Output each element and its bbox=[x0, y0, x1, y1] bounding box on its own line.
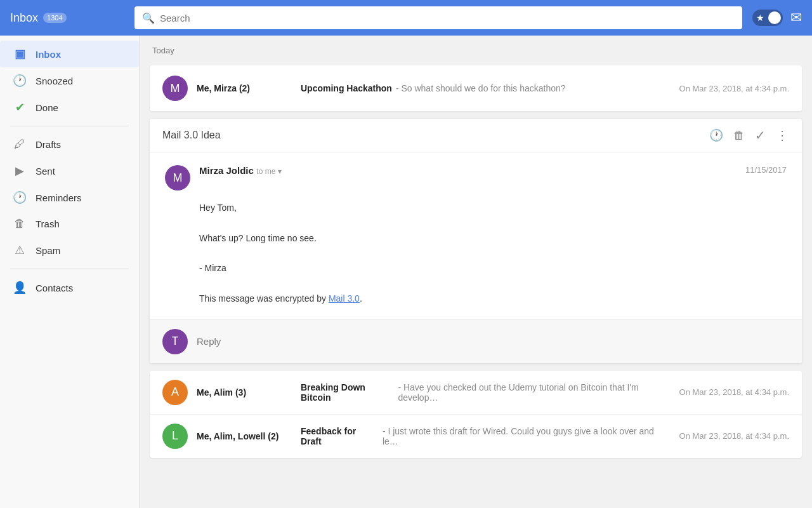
email-item-bitcoin[interactable]: A Me, Alim (3) Breaking Down Bitcoin - H… bbox=[150, 371, 802, 415]
email-meta-hackathon: Upcoming Hackathon - So what should we d… bbox=[301, 83, 671, 93]
message-header: M Mirza Joldic to me ▾ 11/15/2017 bbox=[165, 165, 787, 190]
email-date-bitcoin: On Mar 23, 2018, at 4:34 p.m. bbox=[679, 387, 789, 397]
email-from-feedback: Me, Alim, Lowell (2) bbox=[197, 431, 292, 441]
email-from-hackathon: Me, Mirza (2) bbox=[197, 83, 292, 93]
sidebar-label-done: Done bbox=[36, 102, 58, 113]
toggle-knob bbox=[768, 11, 781, 24]
email-item-feedback[interactable]: L Me, Alim, Lowell (2) Feedback for Draf… bbox=[150, 415, 802, 458]
header: Inbox 1304 🔍 ★ ✉ bbox=[0, 0, 812, 36]
email-subject-bitcoin: Breaking Down Bitcoin bbox=[301, 382, 394, 403]
sidebar-item-spam[interactable]: ⚠ Spam bbox=[0, 237, 139, 264]
sidebar-item-snoozed[interactable]: 🕐 Snoozed bbox=[0, 67, 139, 94]
message-to: to me ▾ bbox=[256, 167, 281, 176]
email-preview-bitcoin: - Have you checked out the Udemy tutoria… bbox=[398, 382, 670, 403]
star-icon: ★ bbox=[756, 13, 764, 23]
reminders-icon: 🕐 bbox=[13, 190, 27, 204]
sidebar-label-snoozed: Snoozed bbox=[36, 76, 73, 86]
email-meta-bitcoin: Breaking Down Bitcoin - Have you checked… bbox=[301, 382, 671, 403]
reply-label: Reply bbox=[197, 336, 221, 347]
mail-icon: ✉ bbox=[790, 10, 802, 26]
sidebar-label-drafts: Drafts bbox=[36, 139, 61, 150]
avatar-feedback: L bbox=[162, 424, 188, 449]
message-body: Hey Tom, What's up? Long time no see. - … bbox=[165, 201, 787, 307]
snoozed-icon: 🕐 bbox=[13, 74, 27, 88]
sidebar-label-spam: Spam bbox=[36, 245, 60, 256]
sidebar-label-reminders: Reminders bbox=[36, 192, 82, 203]
sidebar-divider-1 bbox=[10, 126, 129, 126]
message-sender-info: Mirza Joldic to me ▾ bbox=[199, 165, 737, 177]
sidebar-item-inbox[interactable]: ▣ Inbox bbox=[0, 41, 139, 67]
main-content: Today M Me, Mirza (2) Upcoming Hackathon… bbox=[140, 36, 812, 508]
today-label: Today bbox=[150, 46, 802, 55]
avatar-reply: T bbox=[162, 329, 188, 354]
sidebar: ▣ Inbox 🕐 Snoozed ✔ Done 🖊 Drafts ▶ Sent… bbox=[0, 36, 140, 508]
avatar-bitcoin: A bbox=[162, 380, 188, 405]
inbox-label: Inbox bbox=[10, 11, 38, 25]
sidebar-label-sent: Sent bbox=[36, 166, 55, 177]
snooze-button[interactable]: 🕐 bbox=[709, 128, 723, 142]
email-date-hackathon: On Mar 23, 2018, at 4:34 p.m. bbox=[679, 84, 789, 93]
email-preview-hackathon: - So what should we do for this hackatho… bbox=[396, 83, 566, 93]
header-title: Inbox 1304 bbox=[10, 11, 124, 25]
sidebar-item-reminders[interactable]: 🕐 Reminders bbox=[0, 184, 139, 211]
reply-bar[interactable]: T Reply bbox=[150, 320, 802, 363]
inbox-count-badge: 1304 bbox=[43, 13, 66, 23]
email-date-feedback: On Mar 23, 2018, at 4:34 p.m. bbox=[679, 431, 789, 441]
search-input[interactable] bbox=[160, 13, 735, 23]
inbox-icon: ▣ bbox=[13, 47, 27, 61]
email-subject-feedback: Feedback for Draft bbox=[301, 426, 379, 446]
sidebar-item-done[interactable]: ✔ Done bbox=[0, 94, 139, 121]
bottom-email-list: A Me, Alim (3) Breaking Down Bitcoin - H… bbox=[150, 371, 802, 458]
mail30-link[interactable]: Mail 3.0 bbox=[329, 293, 360, 304]
sidebar-item-contacts[interactable]: 👤 Contacts bbox=[0, 274, 139, 301]
contacts-icon: 👤 bbox=[13, 281, 27, 295]
header-actions: ★ ✉ bbox=[752, 10, 802, 26]
thread-actions: 🕐 🗑 ✓ ⋮ bbox=[709, 128, 789, 143]
sidebar-label-contacts: Contacts bbox=[36, 283, 73, 293]
sidebar-divider-2 bbox=[10, 269, 129, 269]
avatar-hackathon: M bbox=[162, 76, 188, 101]
delete-button[interactable]: 🗑 bbox=[733, 129, 745, 142]
search-icon: 🔍 bbox=[142, 12, 155, 24]
link-suffix: . bbox=[360, 293, 362, 304]
message-date: 11/15/2017 bbox=[745, 165, 787, 175]
sidebar-label-inbox: Inbox bbox=[36, 49, 61, 60]
toggle-button[interactable]: ★ bbox=[752, 10, 783, 26]
thread-title: Mail 3.0 Idea bbox=[162, 130, 709, 141]
email-preview-feedback: - I just wrote this draft for Wired. Cou… bbox=[383, 426, 671, 446]
search-bar[interactable]: 🔍 bbox=[134, 6, 742, 29]
encrypted-text: This message was encrypted by bbox=[199, 293, 329, 304]
email-item-hackathon[interactable]: M Me, Mirza (2) Upcoming Hackathon - So … bbox=[150, 65, 802, 111]
sidebar-item-trash[interactable]: 🗑 Trash bbox=[0, 211, 139, 237]
email-message-mirza: M Mirza Joldic to me ▾ 11/15/2017 Hey To… bbox=[150, 152, 802, 320]
email-from-bitcoin: Me, Alim (3) bbox=[197, 387, 292, 398]
spam-icon: ⚠ bbox=[13, 243, 27, 257]
sidebar-label-trash: Trash bbox=[36, 218, 60, 229]
sidebar-item-sent[interactable]: ▶ Sent bbox=[0, 157, 139, 184]
drafts-icon: 🖊 bbox=[13, 138, 27, 151]
sidebar-item-drafts[interactable]: 🖊 Drafts bbox=[0, 131, 139, 157]
trash-icon: 🗑 bbox=[13, 217, 27, 231]
message-sender-name: Mirza Joldic bbox=[199, 165, 254, 176]
done-button[interactable]: ✓ bbox=[755, 128, 766, 143]
thread-card-mail30: Mail 3.0 Idea 🕐 🗑 ✓ ⋮ M Mirza Joldic to bbox=[150, 119, 802, 363]
thread-header: Mail 3.0 Idea 🕐 🗑 ✓ ⋮ bbox=[150, 119, 802, 152]
more-button[interactable]: ⋮ bbox=[776, 128, 789, 143]
email-meta-feedback: Feedback for Draft - I just wrote this d… bbox=[301, 426, 671, 446]
avatar-mirza: M bbox=[165, 165, 190, 190]
sent-icon: ▶ bbox=[13, 164, 27, 178]
done-icon: ✔ bbox=[13, 100, 27, 114]
app-layout: ▣ Inbox 🕐 Snoozed ✔ Done 🖊 Drafts ▶ Sent… bbox=[0, 36, 812, 508]
email-subject-hackathon: Upcoming Hackathon bbox=[301, 83, 392, 93]
